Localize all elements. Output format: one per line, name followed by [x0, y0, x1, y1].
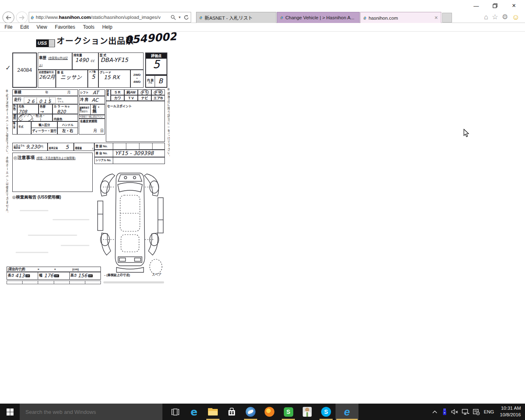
- url-path: /static/hasnihon/upload_images/v: [91, 15, 160, 20]
- network-icon: [462, 409, 469, 415]
- file-explorer-icon: [208, 408, 218, 415]
- restore-icon: [493, 3, 498, 8]
- label-gaishoku: 外色: [13, 105, 16, 110]
- address-dropdown-caret[interactable]: ▼: [178, 16, 181, 19]
- value-teiin: 5: [65, 144, 68, 150]
- label-recycle-b: 預託金: [14, 147, 25, 149]
- menu-view[interactable]: View: [37, 24, 47, 30]
- close-button[interactable]: ×: [508, 2, 520, 10]
- label-shodo: 初度登録年月: [39, 71, 55, 73]
- desktop-screen: — × e http://www.hasnihon.com/st: [0, 0, 525, 420]
- menu-file[interactable]: File: [5, 24, 12, 30]
- forward-button[interactable]: [16, 11, 28, 23]
- label-shorui-sub: (仮審査付): [80, 111, 90, 113]
- scan-artifact: [16, 252, 48, 253]
- value-motoiro: 708: [18, 110, 27, 114]
- taskbar-green-s-app[interactable]: S: [279, 404, 298, 420]
- tray-action-center[interactable]: [471, 404, 482, 420]
- cell-teiin: 乗車定員 5 人: [48, 143, 74, 151]
- tab-asnet[interactable]: e 新ASNET - 入札リスト: [196, 12, 276, 23]
- menu-tools[interactable]: Tools: [83, 24, 94, 30]
- favorites-star-icon[interactable]: ☆: [492, 14, 498, 21]
- handwritten-code: 0549002: [124, 31, 177, 46]
- value-hyokaten: 5: [153, 59, 160, 70]
- label-nenryo: 燃料: [13, 114, 16, 120]
- tab-close-icon[interactable]: ✕: [434, 15, 438, 21]
- tray-volume-muted[interactable]: [450, 404, 460, 420]
- cell-shareki: 車歴 (自家用以外は記入): [38, 52, 72, 70]
- taskbar-file-explorer[interactable]: [203, 404, 222, 420]
- taskbar-skype[interactable]: S: [317, 404, 336, 420]
- cell-sekisai: 積載量 t: [74, 143, 94, 151]
- toroku-empty-cells: [113, 143, 164, 149]
- unit-cm: cm: [25, 274, 30, 278]
- taskbar-firefox[interactable]: [260, 404, 279, 420]
- attention-box: ◎注意事項 (修復・不具合箇所および故障等): [12, 153, 93, 192]
- cell-fuel: ガソリン ・軽油・( ): [17, 114, 52, 121]
- label-toroku: 登 録 No.: [95, 145, 113, 148]
- tab-favicon-ie: e: [280, 15, 283, 20]
- tray-chevron-up[interactable]: [430, 404, 440, 420]
- refresh-icon[interactable]: [184, 15, 189, 20]
- smiley-feedback-icon[interactable]: ☺: [512, 13, 520, 21]
- menu-favorites[interactable]: Favorites: [55, 24, 75, 30]
- mouse-cursor: [463, 129, 469, 137]
- taskbar-internet-explorer-active[interactable]: e: [336, 404, 358, 420]
- search-input[interactable]: [20, 404, 162, 420]
- x-mark-icon: ×: [38, 268, 39, 271]
- taskbar-photo-app[interactable]: [298, 404, 317, 420]
- tray-language[interactable]: ENG: [482, 404, 496, 420]
- task-view-button[interactable]: [166, 404, 185, 420]
- taskbar-edge[interactable]: e: [185, 404, 203, 420]
- label-serial: シリアル No.: [95, 159, 113, 162]
- taskbar-thunderbird[interactable]: [241, 404, 260, 420]
- restore-button[interactable]: [489, 2, 501, 10]
- row-soko: 走行 26,015 Km マイル: [12, 96, 78, 104]
- scan-artifact: [28, 235, 77, 236]
- taskbar-store[interactable]: [222, 404, 241, 420]
- volume-muted-icon: [451, 409, 459, 415]
- menu-edit[interactable]: Edit: [20, 24, 29, 30]
- vlabel-gaishoku-box: 外色: [12, 104, 17, 114]
- label-nenshiki: 年式: [18, 126, 23, 128]
- search-icon[interactable]: [171, 15, 176, 20]
- minimize-button[interactable]: —: [470, 2, 482, 10]
- new-tab-button[interactable]: [442, 13, 452, 23]
- odometer-comb: 26,015: [24, 97, 56, 103]
- left-vertical-note: ※必ず油性ボールペンをご使用下さい。水性ボールペンは使用できません。: [5, 89, 8, 262]
- sales-point-box: セールスポイント: [106, 101, 165, 142]
- cell-naiso: 内 装 評価 B: [145, 75, 167, 88]
- label-haikiryo: 排気量: [73, 54, 97, 57]
- fuel-gasoline-circled: ガソリン: [18, 114, 33, 121]
- tray-clock[interactable]: 10:31 AM 10/8/2016: [496, 404, 525, 420]
- address-bar[interactable]: e http://www.hasnihon.com/static/hasniho…: [29, 12, 191, 23]
- chevron-up-icon: [432, 410, 437, 413]
- label-equip-head: 諸装備: [106, 90, 108, 96]
- tray-usb-device[interactable]: [440, 404, 450, 420]
- skype-icon: S: [321, 407, 331, 417]
- tab-change-vehicle[interactable]: e Change Vehicle | > Hasnihon A...: [277, 12, 360, 23]
- label-mile: マイル: [57, 100, 64, 103]
- window-titlebar: — ×: [0, 0, 525, 11]
- car-top-view-diagram: スペア: [96, 171, 165, 276]
- store-icon: [228, 408, 236, 416]
- start-button[interactable]: [0, 404, 20, 420]
- tab-title: hasnihon.com: [369, 16, 432, 21]
- value-doors: 5: [91, 74, 95, 80]
- home-icon[interactable]: ⌂: [484, 14, 488, 21]
- equip-grid: S R 純AW P S P W カワ T V ナビ エアB: [111, 89, 165, 101]
- cell-naisoshoku: 内装色: [52, 114, 78, 121]
- row-nidai: [荷台内寸]約 × × (cm): [7, 267, 101, 272]
- cell-hyokaten: 評価点 5: [145, 52, 167, 75]
- row-serial: シリアル No.: [94, 157, 165, 164]
- label-soko: 走行: [14, 98, 21, 102]
- back-button[interactable]: [2, 11, 14, 23]
- tray-network[interactable]: [460, 404, 471, 420]
- settings-gear-icon[interactable]: ⚙: [502, 14, 508, 21]
- window-controls: — ×: [470, 2, 520, 10]
- tab-hasnihon-active[interactable]: e hasnihon.com ✕: [360, 12, 441, 23]
- menu-help[interactable]: Help: [102, 24, 112, 30]
- taskbar-search[interactable]: [20, 404, 162, 420]
- scan-artifact: [20, 210, 48, 211]
- row-toroku: 登 録 No.: [94, 143, 165, 150]
